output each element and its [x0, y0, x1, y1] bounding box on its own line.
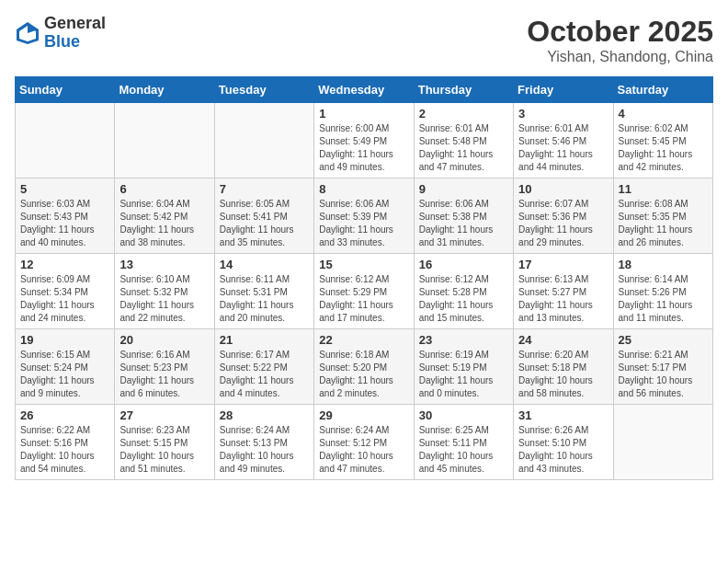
day-number: 28 — [220, 408, 309, 422]
day-info: Sunrise: 6:08 AM Sunset: 5:35 PM Dayligh… — [619, 198, 708, 249]
weekday-header-tuesday: Tuesday — [214, 77, 313, 103]
calendar-cell: 27Sunrise: 6:23 AM Sunset: 5:15 PM Dayli… — [115, 405, 214, 480]
calendar-cell: 19Sunrise: 6:15 AM Sunset: 5:24 PM Dayli… — [16, 329, 115, 405]
calendar-week-5: 26Sunrise: 6:22 AM Sunset: 5:16 PM Dayli… — [16, 405, 713, 480]
day-info: Sunrise: 6:18 AM Sunset: 5:20 PM Dayligh… — [319, 349, 408, 400]
weekday-header-friday: Friday — [514, 77, 613, 103]
day-number: 10 — [518, 182, 608, 196]
calendar-cell — [214, 103, 313, 178]
day-number: 15 — [319, 258, 408, 271]
calendar-week-3: 12Sunrise: 6:09 AM Sunset: 5:34 PM Dayli… — [16, 254, 713, 329]
calendar-cell: 17Sunrise: 6:13 AM Sunset: 5:27 PM Dayli… — [514, 254, 613, 329]
calendar-cell: 22Sunrise: 6:18 AM Sunset: 5:20 PM Dayli… — [314, 329, 414, 405]
day-info: Sunrise: 6:09 AM Sunset: 5:34 PM Dayligh… — [20, 273, 109, 325]
calendar-cell: 8Sunrise: 6:06 AM Sunset: 5:39 PM Daylig… — [314, 178, 414, 254]
logo-icon — [15, 20, 40, 46]
day-info: Sunrise: 6:05 AM Sunset: 5:41 PM Dayligh… — [220, 198, 309, 249]
day-number: 7 — [220, 182, 309, 196]
day-number: 12 — [20, 258, 109, 271]
weekday-header-sunday: Sunday — [16, 77, 115, 103]
calendar-cell: 24Sunrise: 6:20 AM Sunset: 5:18 PM Dayli… — [514, 329, 613, 405]
day-info: Sunrise: 6:16 AM Sunset: 5:23 PM Dayligh… — [119, 349, 209, 400]
day-info: Sunrise: 6:04 AM Sunset: 5:42 PM Dayligh… — [119, 198, 209, 249]
day-info: Sunrise: 6:07 AM Sunset: 5:36 PM Dayligh… — [518, 198, 608, 249]
calendar-cell: 14Sunrise: 6:11 AM Sunset: 5:31 PM Dayli… — [214, 254, 313, 329]
day-number: 24 — [518, 333, 608, 347]
calendar-cell — [16, 103, 115, 178]
day-info: Sunrise: 6:03 AM Sunset: 5:43 PM Dayligh… — [20, 198, 109, 249]
day-info: Sunrise: 6:20 AM Sunset: 5:18 PM Dayligh… — [518, 349, 608, 400]
day-number: 16 — [419, 258, 508, 271]
weekday-header-monday: Monday — [115, 77, 214, 103]
month-title: October 2025 — [527, 15, 713, 49]
calendar-cell: 7Sunrise: 6:05 AM Sunset: 5:41 PM Daylig… — [214, 178, 313, 254]
day-number: 30 — [419, 408, 508, 422]
day-number: 14 — [220, 258, 309, 271]
day-info: Sunrise: 6:02 AM Sunset: 5:45 PM Dayligh… — [619, 122, 708, 174]
day-info: Sunrise: 6:11 AM Sunset: 5:31 PM Dayligh… — [220, 273, 309, 325]
weekday-header-wednesday: Wednesday — [314, 77, 414, 103]
day-number: 18 — [619, 258, 708, 271]
day-number: 17 — [518, 258, 608, 271]
calendar-cell: 13Sunrise: 6:10 AM Sunset: 5:32 PM Dayli… — [115, 254, 214, 329]
day-info: Sunrise: 6:24 AM Sunset: 5:12 PM Dayligh… — [319, 424, 408, 476]
page-header: General Blue October 2025 Yishan, Shando… — [15, 15, 713, 65]
calendar-cell: 6Sunrise: 6:04 AM Sunset: 5:42 PM Daylig… — [115, 178, 214, 254]
calendar-cell: 18Sunrise: 6:14 AM Sunset: 5:26 PM Dayli… — [613, 254, 712, 329]
weekday-header-row: SundayMondayTuesdayWednesdayThursdayFrid… — [16, 77, 713, 103]
calendar-cell: 10Sunrise: 6:07 AM Sunset: 5:36 PM Dayli… — [514, 178, 613, 254]
calendar-week-1: 1Sunrise: 6:00 AM Sunset: 5:49 PM Daylig… — [16, 103, 713, 178]
calendar-cell: 21Sunrise: 6:17 AM Sunset: 5:22 PM Dayli… — [214, 329, 313, 405]
day-number: 29 — [319, 408, 408, 422]
day-number: 20 — [119, 333, 209, 347]
day-number: 22 — [319, 333, 408, 347]
day-number: 11 — [619, 182, 708, 196]
location-title: Yishan, Shandong, China — [527, 49, 713, 65]
calendar-cell: 15Sunrise: 6:12 AM Sunset: 5:29 PM Dayli… — [314, 254, 414, 329]
calendar-cell: 23Sunrise: 6:19 AM Sunset: 5:19 PM Dayli… — [414, 329, 513, 405]
logo-general: General — [44, 15, 106, 33]
day-info: Sunrise: 6:01 AM Sunset: 5:46 PM Dayligh… — [518, 122, 608, 174]
calendar-cell: 29Sunrise: 6:24 AM Sunset: 5:12 PM Dayli… — [314, 405, 414, 480]
calendar-cell: 9Sunrise: 6:06 AM Sunset: 5:38 PM Daylig… — [414, 178, 513, 254]
day-info: Sunrise: 6:12 AM Sunset: 5:28 PM Dayligh… — [419, 273, 508, 325]
calendar-cell: 25Sunrise: 6:21 AM Sunset: 5:17 PM Dayli… — [613, 329, 712, 405]
day-info: Sunrise: 6:15 AM Sunset: 5:24 PM Dayligh… — [20, 349, 109, 400]
day-number: 8 — [319, 182, 408, 196]
day-info: Sunrise: 6:22 AM Sunset: 5:16 PM Dayligh… — [20, 424, 109, 476]
day-number: 26 — [20, 408, 109, 422]
day-number: 27 — [119, 408, 209, 422]
day-info: Sunrise: 6:23 AM Sunset: 5:15 PM Dayligh… — [119, 424, 209, 476]
title-block: October 2025 Yishan, Shandong, China — [527, 15, 713, 65]
day-info: Sunrise: 6:06 AM Sunset: 5:38 PM Dayligh… — [419, 198, 508, 249]
day-info: Sunrise: 6:21 AM Sunset: 5:17 PM Dayligh… — [619, 349, 708, 400]
day-info: Sunrise: 6:19 AM Sunset: 5:19 PM Dayligh… — [419, 349, 508, 400]
day-info: Sunrise: 6:26 AM Sunset: 5:10 PM Dayligh… — [518, 424, 608, 476]
calendar-cell: 4Sunrise: 6:02 AM Sunset: 5:45 PM Daylig… — [613, 103, 712, 178]
day-number: 5 — [20, 182, 109, 196]
calendar-cell: 3Sunrise: 6:01 AM Sunset: 5:46 PM Daylig… — [514, 103, 613, 178]
calendar-cell: 1Sunrise: 6:00 AM Sunset: 5:49 PM Daylig… — [314, 103, 414, 178]
day-info: Sunrise: 6:25 AM Sunset: 5:11 PM Dayligh… — [419, 424, 508, 476]
day-info: Sunrise: 6:06 AM Sunset: 5:39 PM Dayligh… — [319, 198, 408, 249]
calendar: SundayMondayTuesdayWednesdayThursdayFrid… — [15, 76, 713, 480]
calendar-cell: 31Sunrise: 6:26 AM Sunset: 5:10 PM Dayli… — [514, 405, 613, 480]
calendar-cell: 2Sunrise: 6:01 AM Sunset: 5:48 PM Daylig… — [414, 103, 513, 178]
calendar-cell — [115, 103, 214, 178]
logo-blue: Blue — [44, 33, 106, 52]
day-info: Sunrise: 6:12 AM Sunset: 5:29 PM Dayligh… — [319, 273, 408, 325]
day-number: 25 — [619, 333, 708, 347]
day-number: 3 — [518, 107, 608, 121]
day-info: Sunrise: 6:14 AM Sunset: 5:26 PM Dayligh… — [619, 273, 708, 325]
day-info: Sunrise: 6:17 AM Sunset: 5:22 PM Dayligh… — [220, 349, 309, 400]
logo-text: General Blue — [44, 15, 106, 52]
day-number: 2 — [419, 107, 508, 121]
calendar-cell: 30Sunrise: 6:25 AM Sunset: 5:11 PM Dayli… — [414, 405, 513, 480]
day-info: Sunrise: 6:24 AM Sunset: 5:13 PM Dayligh… — [220, 424, 309, 476]
day-info: Sunrise: 6:00 AM Sunset: 5:49 PM Dayligh… — [319, 122, 408, 174]
day-number: 4 — [619, 107, 708, 121]
calendar-cell: 5Sunrise: 6:03 AM Sunset: 5:43 PM Daylig… — [16, 178, 115, 254]
day-number: 19 — [20, 333, 109, 347]
day-info: Sunrise: 6:01 AM Sunset: 5:48 PM Dayligh… — [419, 122, 508, 174]
day-number: 6 — [119, 182, 209, 196]
